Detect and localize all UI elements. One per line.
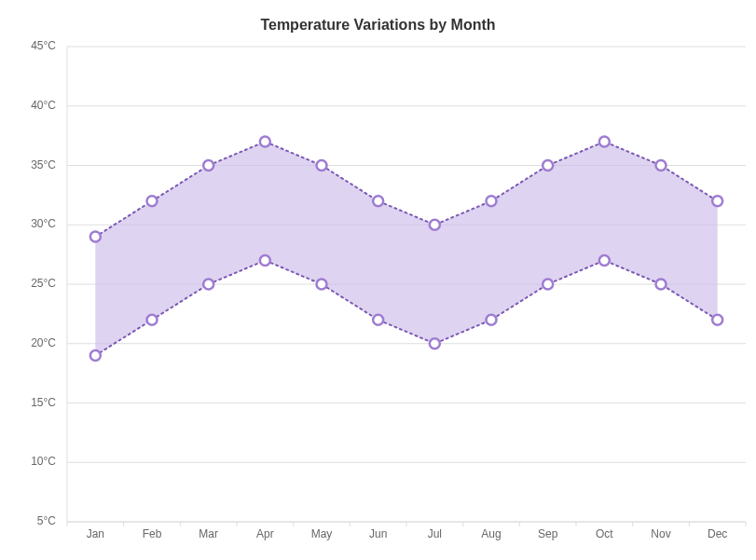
high-marker bbox=[599, 137, 610, 147]
high-marker bbox=[487, 196, 497, 206]
high-marker bbox=[430, 220, 440, 230]
low-marker bbox=[147, 315, 158, 325]
low-marker bbox=[656, 280, 667, 290]
range-fill bbox=[95, 142, 717, 356]
x-tick-label: Mar bbox=[199, 527, 218, 540]
high-marker bbox=[656, 160, 667, 171]
high-marker bbox=[260, 137, 270, 147]
low-marker bbox=[90, 350, 101, 361]
y-tick-label: 15°C bbox=[31, 396, 56, 409]
x-tick-label: May bbox=[311, 527, 333, 540]
low-marker bbox=[599, 255, 610, 266]
range-area-chart: 5°C10°C15°C20°C25°C30°C35°C40°C45°CJanFe… bbox=[0, 0, 756, 560]
x-tick-label: Aug bbox=[481, 527, 501, 540]
y-tick-label: 25°C bbox=[31, 277, 56, 290]
low-marker bbox=[487, 315, 497, 325]
x-tick-label: Apr bbox=[256, 527, 274, 540]
y-tick-label: 30°C bbox=[31, 217, 56, 230]
high-marker bbox=[373, 196, 383, 206]
x-tick-label: Oct bbox=[596, 527, 613, 540]
high-marker bbox=[317, 160, 327, 171]
y-tick-label: 20°C bbox=[31, 336, 56, 349]
high-marker bbox=[203, 160, 213, 171]
y-tick-label: 10°C bbox=[31, 455, 56, 468]
high-marker bbox=[90, 232, 101, 242]
high-marker bbox=[147, 196, 158, 206]
x-tick-label: Jul bbox=[428, 527, 442, 540]
low-marker bbox=[373, 315, 383, 325]
low-marker bbox=[712, 315, 722, 325]
x-tick-label: Jan bbox=[87, 527, 104, 540]
x-tick-label: Sep bbox=[538, 527, 558, 540]
low-marker bbox=[317, 280, 327, 290]
low-marker bbox=[430, 338, 440, 348]
x-tick-label: Nov bbox=[651, 527, 670, 540]
y-tick-label: 5°C bbox=[37, 514, 56, 527]
y-tick-label: 45°C bbox=[31, 39, 56, 52]
y-tick-label: 40°C bbox=[31, 99, 56, 112]
high-marker bbox=[543, 160, 553, 171]
x-tick-label: Feb bbox=[143, 527, 162, 540]
x-tick-label: Jun bbox=[369, 527, 387, 540]
y-tick-label: 35°C bbox=[31, 158, 56, 171]
high-marker bbox=[712, 196, 722, 206]
low-marker bbox=[543, 280, 553, 290]
low-marker bbox=[203, 280, 213, 290]
x-tick-label: Dec bbox=[708, 527, 727, 540]
low-marker bbox=[260, 255, 270, 266]
